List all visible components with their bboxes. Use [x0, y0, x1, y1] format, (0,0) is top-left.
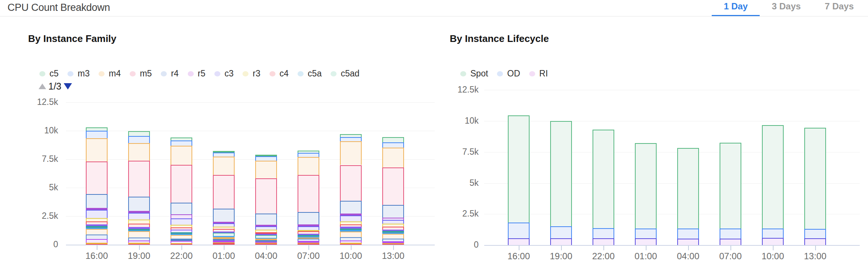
- bar-segment-c5[interactable]: [382, 137, 404, 142]
- legend-page-down-icon[interactable]: [64, 83, 72, 90]
- bar-segment-Spot[interactable]: [635, 143, 657, 229]
- bar-segment-m4[interactable]: [86, 138, 108, 161]
- bar-segment-other-steelblue[interactable]: [340, 237, 362, 241]
- bar-segment-other-gold[interactable]: [171, 243, 192, 244]
- bar-segment-c5ad[interactable]: [382, 231, 404, 233]
- bar-segment-r3[interactable]: [298, 230, 319, 232]
- bar-segment-c5[interactable]: [255, 155, 277, 157]
- bar-segment-r3[interactable]: [382, 224, 404, 227]
- bar-segment-c4[interactable]: [255, 232, 277, 234]
- bar-segment-r3[interactable]: [340, 221, 362, 224]
- bar-segment-other-peach[interactable]: [86, 229, 108, 235]
- bar-segment-other-steelblue[interactable]: [171, 239, 192, 241]
- bar-segment-other-peach[interactable]: [128, 231, 150, 238]
- bar-segment-c5ad[interactable]: [213, 233, 235, 236]
- bar-segment-other-gold[interactable]: [382, 243, 404, 244]
- bar-segment-other-peach[interactable]: [213, 237, 235, 239]
- bar-segment-Spot[interactable]: [762, 125, 784, 229]
- bar-segment-m3[interactable]: [255, 156, 277, 160]
- bar-segment-c5[interactable]: [213, 151, 235, 153]
- bar-segment-other-violet[interactable]: [298, 234, 319, 235]
- bar-segment-other-gold[interactable]: [128, 243, 150, 244]
- bar-segment-other-steelblue[interactable]: [298, 239, 319, 241]
- bar-segment-c5a[interactable]: [298, 236, 319, 238]
- bar-segment-c5a[interactable]: [340, 230, 362, 232]
- bar-segment-m4[interactable]: [382, 148, 404, 167]
- bar-segment-OD[interactable]: [508, 223, 530, 238]
- bar-segment-c5ad[interactable]: [298, 235, 319, 237]
- bar-segment-c3[interactable]: [128, 213, 150, 220]
- bar-segment-OD[interactable]: [550, 226, 572, 238]
- legend-item-c5ad[interactable]: c5ad: [331, 69, 359, 79]
- bar-segment-Spot[interactable]: [677, 148, 699, 229]
- bar-segment-other-peach[interactable]: [255, 239, 277, 240]
- bar-segment-c3[interactable]: [382, 220, 404, 224]
- bar-segment-r4[interactable]: [213, 209, 235, 222]
- legend-item-m5[interactable]: m5: [130, 69, 152, 79]
- bar-segment-other-lilac[interactable]: [213, 241, 235, 242]
- bar-segment-m4[interactable]: [255, 161, 277, 178]
- bar-segment-m3[interactable]: [340, 137, 362, 141]
- bar-segment-RI[interactable]: [804, 238, 826, 245]
- bar-segment-other-lilac[interactable]: [298, 241, 319, 243]
- bar-segment-r5[interactable]: [171, 214, 192, 218]
- tab-3-days[interactable]: 3 Days: [760, 0, 813, 16]
- legend-item-r4[interactable]: r4: [161, 69, 178, 79]
- bar-segment-other-red[interactable]: [213, 243, 235, 245]
- bar-segment-c5a[interactable]: [128, 230, 150, 231]
- tab-7-days[interactable]: 7 Days: [813, 0, 866, 16]
- legend-item-m3[interactable]: m3: [67, 69, 90, 79]
- bar-segment-other-violet[interactable]: [255, 234, 277, 235]
- bar-segment-OD[interactable]: [720, 229, 741, 239]
- bar-segment-RI[interactable]: [635, 238, 657, 245]
- bar-segment-c4[interactable]: [298, 231, 319, 233]
- bar-segment-r3[interactable]: [128, 220, 150, 224]
- bar-segment-Spot[interactable]: [550, 121, 572, 226]
- bar-segment-OD[interactable]: [635, 229, 657, 238]
- legend-item-ri[interactable]: RI: [529, 69, 548, 79]
- bar-segment-other-violet[interactable]: [171, 230, 192, 232]
- bar-segment-RI[interactable]: [508, 238, 530, 245]
- bar-segment-c4[interactable]: [382, 227, 404, 230]
- legend-item-m4[interactable]: m4: [99, 69, 121, 79]
- bar-segment-other-violet[interactable]: [128, 227, 150, 229]
- bar-segment-c5[interactable]: [86, 127, 108, 131]
- bar-segment-RI[interactable]: [720, 239, 741, 245]
- bar-segment-r5[interactable]: [340, 214, 362, 215]
- bar-segment-other-steelblue[interactable]: [128, 238, 150, 241]
- bar-segment-Spot[interactable]: [720, 143, 741, 228]
- bar-segment-m3[interactable]: [213, 152, 235, 157]
- bar-segment-other-peach[interactable]: [171, 235, 192, 239]
- bar-segment-other-gold[interactable]: [298, 243, 319, 244]
- legend-item-c3[interactable]: c3: [214, 69, 233, 79]
- bar-segment-other-steelblue[interactable]: [86, 235, 108, 239]
- bar-segment-other-gold[interactable]: [340, 243, 362, 244]
- bar-segment-c5a[interactable]: [213, 236, 235, 237]
- bar-segment-r4[interactable]: [128, 197, 150, 211]
- bar-segment-m5[interactable]: [171, 165, 192, 202]
- bar-segment-r5[interactable]: [255, 225, 277, 226]
- bar-segment-other-violet[interactable]: [213, 232, 235, 233]
- bar-segment-c5ad[interactable]: [128, 229, 150, 230]
- bar-segment-r3[interactable]: [171, 225, 192, 228]
- bar-segment-m4[interactable]: [340, 141, 362, 165]
- bar-segment-other-red[interactable]: [298, 243, 319, 245]
- bar-segment-m5[interactable]: [128, 161, 150, 197]
- bar-segment-Spot[interactable]: [804, 128, 826, 229]
- bar-segment-r5[interactable]: [213, 222, 235, 224]
- bar-segment-other-lilac[interactable]: [128, 241, 150, 243]
- bar-segment-other-violet[interactable]: [340, 227, 362, 229]
- bar-segment-other-red[interactable]: [340, 244, 362, 245]
- bar-segment-c5[interactable]: [340, 134, 362, 137]
- legend-page-up-icon[interactable]: [39, 84, 46, 89]
- bar-segment-m5[interactable]: [298, 175, 319, 212]
- bar-segment-r4[interactable]: [86, 194, 108, 208]
- bar-segment-r4[interactable]: [382, 205, 404, 217]
- bar-segment-m3[interactable]: [382, 142, 404, 148]
- bar-segment-c3[interactable]: [86, 210, 108, 218]
- bar-segment-m5[interactable]: [86, 161, 108, 194]
- legend-item-r3[interactable]: r3: [242, 69, 260, 79]
- bar-segment-c5[interactable]: [171, 137, 192, 140]
- bar-segment-other-violet[interactable]: [382, 230, 404, 231]
- bar-segment-c3[interactable]: [340, 215, 362, 222]
